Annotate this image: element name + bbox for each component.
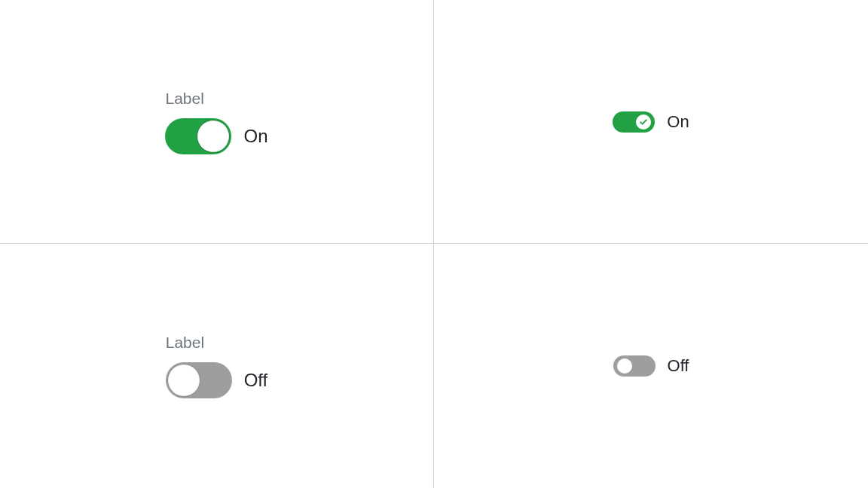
- switch-row: Off: [166, 362, 268, 398]
- toggle-state-text: Off: [668, 356, 689, 376]
- cell-small-on: On: [434, 0, 868, 244]
- switch-row: On: [165, 118, 267, 154]
- toggle-switch-large-on[interactable]: [165, 118, 231, 154]
- toggle-variants-grid: Label On On Label: [0, 0, 868, 488]
- toggle-state-text: Off: [244, 370, 268, 391]
- check-icon: [639, 117, 648, 127]
- toggle-group: Label On: [165, 90, 267, 154]
- switch-row: Off: [613, 355, 689, 377]
- toggle-switch-large-off[interactable]: [166, 362, 232, 398]
- toggle-group: Label Off: [166, 334, 268, 398]
- cell-small-off: Off: [434, 244, 868, 488]
- toggle-switch-small-off[interactable]: [613, 355, 656, 377]
- cell-large-off: Label Off: [0, 244, 434, 488]
- toggle-knob: [167, 364, 200, 397]
- toggle-knob: [617, 358, 632, 374]
- toggle-label: Label: [166, 334, 204, 352]
- toggle-knob: [636, 114, 651, 130]
- switch-row: On: [613, 111, 689, 133]
- toggle-state-text: On: [243, 126, 267, 147]
- toggle-switch-small-on[interactable]: [613, 111, 655, 133]
- cell-large-on: Label On: [0, 0, 434, 244]
- toggle-label: Label: [165, 90, 203, 108]
- toggle-state-text: On: [667, 112, 689, 132]
- toggle-knob: [197, 120, 230, 153]
